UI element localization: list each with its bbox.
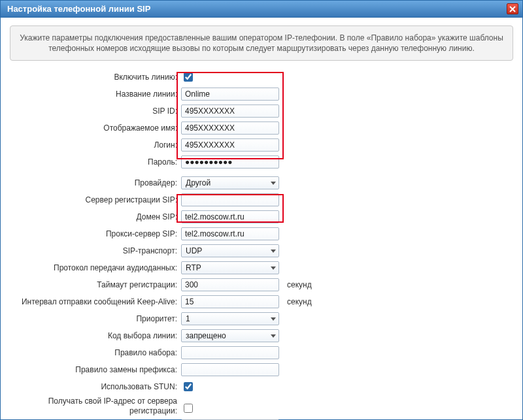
label-provider: Провайдер: [10,178,181,188]
label-dialrule: Правило набора: [10,348,181,358]
label-transport: SIP-транспорт: [10,246,181,256]
chevron-down-icon [271,182,276,185]
label-proxy: Прокси-сервер SIP: [10,229,181,239]
window-title: Настройка телефонной линии SIP [7,4,507,14]
display-name-input[interactable] [181,121,279,135]
chevron-down-icon [271,250,276,253]
close-button[interactable] [507,3,518,14]
chevron-down-icon [271,317,276,321]
label-usestun: Использовать STUN: [10,382,181,392]
label-prefixrule: Правило замены префикса: [10,365,181,375]
label-sipid: SIP ID: [10,106,181,116]
form: Включить линию: Название линии: SIP ID: … [10,70,513,420]
label-password: Пароль: [10,157,181,167]
titlebar: Настройка телефонной линии SIP [1,1,522,18]
line-code-select[interactable]: запрещено [181,329,279,342]
label-display: Отображаемое имя: [10,123,181,133]
login-input[interactable] [181,138,279,152]
password-input[interactable] [181,155,279,169]
get-ip-checkbox[interactable] [184,404,193,413]
reg-timeout-input[interactable] [181,278,279,291]
reg-server-input[interactable] [181,193,279,206]
label-regtimeout: Таймаут регистрации: [10,280,181,290]
dial-rule-input[interactable] [181,346,279,359]
label-priority: Приоритет: [10,314,181,324]
chevron-down-icon [271,334,276,338]
enable-checkbox[interactable] [184,73,193,82]
sip-id-input[interactable] [181,105,279,118]
sip-proxy-input[interactable] [181,227,279,240]
label-getip: Получать свой IP-адрес от сервера регист… [10,396,181,416]
label-login: Логин: [10,140,181,150]
close-icon [509,6,516,12]
provider-select[interactable]: Другой [181,176,279,189]
audio-protocol-select[interactable]: RTP [181,261,279,274]
label-domain: Домен SIP: [10,212,181,222]
label-regserver: Сервер регистрации SIP: [10,195,181,205]
keepalive-input[interactable] [181,295,279,308]
label-linecode: Код выбора линии: [10,331,181,341]
label-keepalive: Интервал отправки сообщений Keep-Alive: [10,297,181,307]
dialog-window: Настройка телефонной линии SIP Укажите п… [0,0,523,420]
seconds-suffix: секунд [287,280,312,289]
info-panel: Укажите параметры подключения предоставл… [10,25,513,61]
sip-domain-input[interactable] [181,210,279,223]
seconds-suffix: секунд [287,297,312,306]
label-audio: Протокол передачи аудиоданных: [10,263,181,273]
transport-select[interactable]: UDP [181,244,279,257]
use-stun-checkbox[interactable] [184,382,193,391]
prefix-rule-input[interactable] [181,363,279,376]
dialog-content: Укажите параметры подключения предоставл… [1,18,522,420]
priority-select[interactable]: 1 [181,312,279,325]
chevron-down-icon [271,267,276,270]
line-name-input[interactable] [181,88,279,101]
label-enable: Включить линию: [10,73,181,82]
label-name: Название линии: [10,89,181,99]
